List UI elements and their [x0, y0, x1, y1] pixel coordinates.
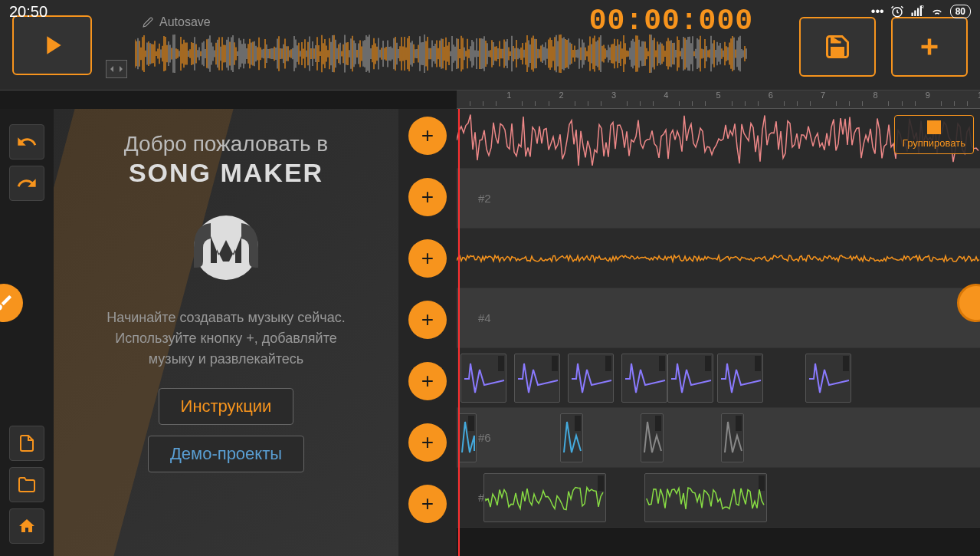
welcome-title: Добро пожаловать в	[124, 132, 328, 156]
audio-clip[interactable]	[667, 354, 713, 403]
track-row[interactable]	[457, 348, 980, 408]
add-track-button-3[interactable]: +	[408, 239, 447, 278]
timecode: 00:00:000	[589, 5, 753, 38]
add-track-button-1[interactable]: +	[408, 117, 447, 155]
overview-waveform[interactable]	[135, 31, 748, 77]
audio-clip[interactable]	[560, 413, 583, 462]
overview-resize-handle[interactable]	[106, 60, 127, 78]
add-track-button-6[interactable]: +	[408, 423, 447, 462]
audio-clip[interactable]	[458, 413, 477, 462]
project-name[interactable]: Autosave	[143, 15, 211, 29]
playhead[interactable]	[458, 109, 460, 556]
undo-button[interactable]	[9, 124, 44, 160]
audio-clip[interactable]	[461, 354, 506, 403]
redo-button[interactable]	[9, 166, 44, 201]
undo-icon	[16, 131, 38, 153]
new-file-button[interactable]	[9, 426, 44, 461]
redo-icon	[16, 173, 38, 194]
app-logo	[180, 202, 272, 294]
audio-clip[interactable]	[644, 473, 767, 522]
add-track-button-7[interactable]: +	[408, 485, 447, 523]
file-icon	[18, 434, 36, 452]
group-button[interactable]: Группировать	[894, 115, 974, 154]
folder-icon	[18, 475, 36, 494]
welcome-appname: SONG MAKER	[129, 158, 323, 188]
audio-clip[interactable]	[568, 354, 614, 403]
play-button[interactable]	[12, 15, 92, 75]
plus-icon	[916, 33, 943, 61]
tracks-area[interactable]: Группировать #2 #4 #6	[457, 109, 980, 556]
add-button[interactable]	[891, 17, 968, 77]
audio-clip[interactable]	[621, 354, 667, 403]
track-label: #4	[478, 311, 491, 324]
add-track-column: + + + + + + +	[398, 109, 457, 556]
track-row[interactable]: #	[457, 468, 980, 528]
demo-projects-button[interactable]: Демо-проекты	[148, 436, 304, 472]
audio-clip[interactable]	[641, 413, 664, 462]
brush-icon	[0, 293, 14, 313]
track-row[interactable]: #2	[457, 169, 980, 229]
track-row[interactable]: #6	[457, 408, 980, 468]
audio-clip[interactable]	[483, 473, 606, 522]
track-row[interactable]	[457, 229, 980, 288]
save-icon	[824, 33, 851, 61]
track-label: #6	[478, 431, 491, 444]
audio-clip[interactable]	[805, 354, 851, 403]
stop-icon	[927, 120, 941, 134]
add-track-button-4[interactable]: +	[408, 301, 447, 339]
home-icon	[18, 517, 36, 535]
welcome-description: Начинайте создавать музыку сейчас. Испол…	[103, 308, 349, 370]
add-track-button-2[interactable]: +	[408, 178, 447, 216]
audio-clip[interactable]	[717, 354, 763, 403]
instructions-button[interactable]: Инструкции	[159, 388, 294, 425]
home-button[interactable]	[9, 508, 44, 544]
welcome-panel: Добро пожаловать в SONG MAKER Начинайте …	[54, 109, 398, 556]
open-folder-button[interactable]	[9, 467, 44, 502]
save-button[interactable]	[799, 17, 876, 77]
audio-clip[interactable]	[514, 354, 560, 403]
track-row[interactable]: #4	[457, 288, 980, 348]
track-label: #2	[478, 192, 491, 205]
timeline-ruler[interactable]: 12345678910	[457, 90, 980, 109]
audio-clip[interactable]	[721, 413, 744, 462]
add-track-button-5[interactable]: +	[408, 362, 447, 400]
pencil-icon	[143, 17, 153, 28]
